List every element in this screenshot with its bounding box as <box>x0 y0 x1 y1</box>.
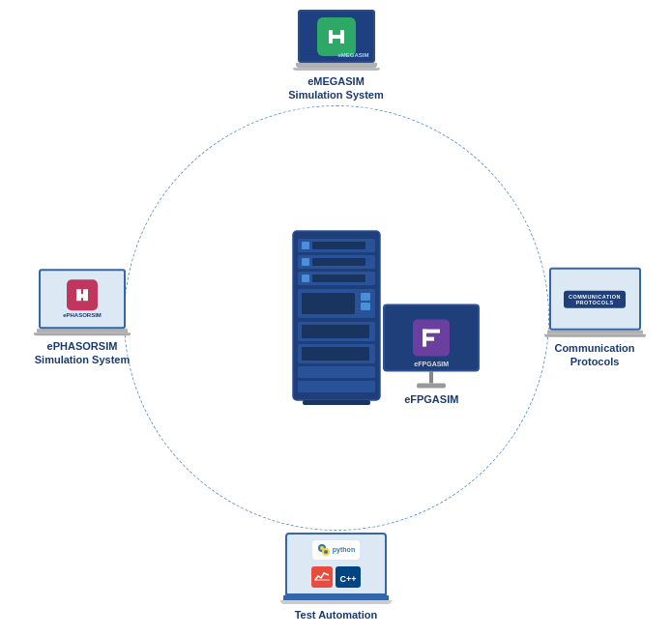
node-emegasim: eMEGASIM eMEGASIM Simulation System <box>259 10 414 102</box>
python-badge: python <box>312 540 360 560</box>
testautomation-screen: python C++ <box>285 533 387 595</box>
emegasim-icon <box>317 17 356 56</box>
communication-screen: COMMUNICATION PROTOCOLS <box>549 268 641 331</box>
emegasim-laptop: eMEGASIM <box>293 10 380 71</box>
ephasorsim-label: ePHASORSIM Simulation System <box>35 339 130 367</box>
ephasorsim-laptop: ePHASORSIM <box>34 269 131 335</box>
svg-rect-9 <box>312 275 365 282</box>
svg-point-36 <box>324 550 328 554</box>
node-communication: COMMUNICATION PROTOCOLS Communication Pr… <box>527 268 662 369</box>
communication-laptop: COMMUNICATION PROTOCOLS <box>544 268 646 337</box>
communication-label: Communication Protocols <box>554 341 634 369</box>
svg-rect-28 <box>76 294 88 298</box>
comm-label-line2: PROTOCOLS <box>569 299 621 304</box>
comm-label-line1: COMMUNICATION <box>569 293 621 299</box>
svg-rect-32 <box>423 337 434 341</box>
emegasim-foot <box>293 68 380 71</box>
efpgasim-stand-v <box>429 372 433 384</box>
svg-rect-12 <box>361 293 370 301</box>
ephasorsim-foot <box>34 332 131 335</box>
testautomation-label: Test Automation <box>295 608 378 622</box>
matplotlib-badge <box>311 566 333 588</box>
svg-point-35 <box>320 546 324 550</box>
efpgasim-screen: eFPGASIM <box>383 304 480 372</box>
svg-rect-2 <box>302 242 309 249</box>
svg-rect-5 <box>302 258 309 266</box>
efpgasim-display: eFPGASIM <box>383 304 480 389</box>
testautomation-laptop: python C++ <box>280 533 392 604</box>
ephasorsim-screen: ePHASORSIM <box>39 269 126 329</box>
communication-foot <box>544 334 646 337</box>
emegasim-screen: eMEGASIM <box>298 10 375 63</box>
cpp-badge: C++ <box>336 566 360 588</box>
node-testautomation: python C++ <box>259 533 414 622</box>
svg-rect-6 <box>312 258 365 266</box>
comm-icon-box: COMMUNICATION PROTOCOLS <box>564 290 626 307</box>
testautomation-badges: C++ <box>311 566 360 588</box>
svg-rect-3 <box>312 242 365 249</box>
efpgasim-icon <box>413 320 450 357</box>
svg-rect-11 <box>302 293 355 314</box>
svg-rect-8 <box>302 275 309 282</box>
svg-rect-24 <box>329 35 344 39</box>
node-efpgasim: eFPGASIM eFPGASIM <box>354 304 509 406</box>
testautomation-base <box>280 600 392 604</box>
efpgasim-screen-label: eFPGASIM <box>414 361 449 367</box>
diagram-container: eMEGASIM eMEGASIM Simulation System <box>0 0 672 636</box>
emegasim-label: eMEGASIM Simulation System <box>288 74 383 102</box>
efpgasim-label: eFPGASIM <box>404 392 458 406</box>
node-ephasorsim: ePHASORSIM ePHASORSIM Simulation System <box>15 269 150 367</box>
ephasorsim-icon <box>67 279 98 310</box>
efpgasim-stand-h <box>417 384 446 389</box>
